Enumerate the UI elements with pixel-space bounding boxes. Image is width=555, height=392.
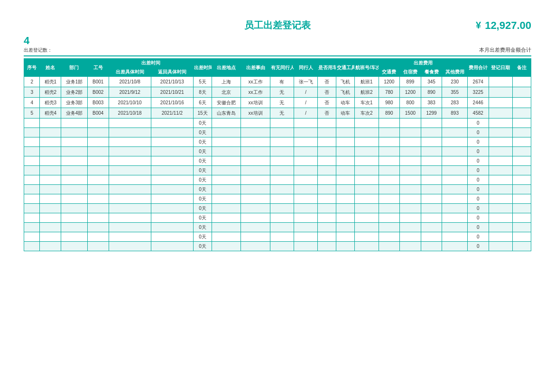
- th-remark: 备注: [512, 59, 531, 77]
- th-dept: 部门: [61, 59, 88, 77]
- th-usecar: 是否用车: [318, 59, 336, 77]
- count-number: 4: [24, 35, 52, 47]
- th-start: 出差具体时间: [109, 68, 151, 77]
- subtitle-row: 4 出差登记数： 本月出差费用金额合计: [24, 35, 531, 56]
- th-accompany: 有无同行人员: [270, 59, 294, 77]
- empty-row: 0天0: [24, 185, 531, 194]
- th-traffic: 交通费: [379, 68, 400, 77]
- empty-row: 0天0: [24, 175, 531, 185]
- th-reason: 出差事由: [241, 59, 270, 77]
- table-row: 3稻壳2业务2部B0022021/9/122021/10/218天北京xx工作无…: [24, 87, 531, 98]
- expense-table: 序号 姓名 部门 工号 出差时间 出差时间 出差地点 出差事由 有无同行人员 同…: [24, 58, 531, 251]
- yen-symbol: ¥: [476, 20, 481, 31]
- empty-row: 0天0: [24, 147, 531, 156]
- th-companion: 同行人: [294, 59, 318, 77]
- table-row: 5稻壳4业务4部B0042021/10/182021/11/215天山东青岛xx…: [24, 108, 531, 119]
- th-expense-group: 出差费用: [379, 59, 467, 68]
- header-row-1: 序号 姓名 部门 工号 出差时间 出差时间 出差地点 出差事由 有无同行人员 同…: [24, 59, 531, 68]
- th-hotel: 住宿费: [400, 68, 421, 77]
- table-row: 4稻壳3业务3部B0032021/10/102021/10/166天安徽合肥xx…: [24, 98, 531, 108]
- th-time-group: 出差时间: [109, 59, 194, 68]
- th-days: 出差时间: [194, 59, 212, 77]
- table-row: 2稻壳1业务1部B0012021/10/82021/10/135天上海xx工作有…: [24, 77, 531, 87]
- empty-row: 0天0: [24, 128, 531, 137]
- th-transport: 交通工具: [336, 59, 355, 77]
- total-amount: 12,927.00: [485, 19, 531, 32]
- month-summary: 本月出差费用金额合计: [479, 46, 531, 54]
- th-other: 其他费用: [442, 68, 468, 77]
- count-label: 出差登记数：: [24, 47, 52, 54]
- empty-row: 0天0: [24, 232, 531, 242]
- empty-row: 0天0: [24, 166, 531, 175]
- empty-row: 0天0: [24, 223, 531, 232]
- count-area: 4 出差登记数：: [24, 35, 52, 54]
- th-name: 姓名: [40, 59, 61, 77]
- empty-row: 0天0: [24, 242, 531, 251]
- th-id: 工号: [87, 59, 109, 77]
- empty-row: 0天0: [24, 119, 531, 128]
- empty-row: 0天0: [24, 137, 531, 147]
- page-title: 员工出差登记表: [193, 19, 362, 32]
- th-date: 登记日期: [489, 59, 512, 77]
- empty-row: 0天0: [24, 156, 531, 166]
- th-flight: 航班号/车次: [355, 59, 379, 77]
- title-row: 员工出差登记表 ¥ 12,927.00: [24, 19, 531, 32]
- empty-row: 0天0: [24, 213, 531, 223]
- th-meal: 餐食费: [421, 68, 442, 77]
- empty-row: 0天0: [24, 204, 531, 213]
- th-seq: 序号: [24, 59, 40, 77]
- th-subtotal: 费用合计: [467, 59, 489, 77]
- empty-row: 0天0: [24, 194, 531, 204]
- th-dest: 出差地点: [212, 59, 241, 77]
- th-end: 返回具体时间: [151, 68, 193, 77]
